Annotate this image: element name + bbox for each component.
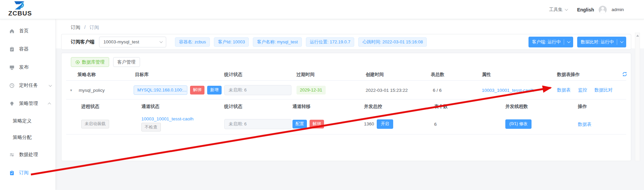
sidebar-item-subscribe[interactable]: 订阅: [0, 164, 55, 182]
data-table-link[interactable]: 数据表: [578, 121, 592, 126]
add-button[interactable]: 新增: [207, 86, 222, 94]
table-count: 6: [434, 121, 437, 126]
subscribe-client-select[interactable]: 10003-mysql_test: [99, 37, 166, 47]
breadcrumb-current: 订阅: [90, 25, 99, 30]
channel-status-link[interactable]: 10003_10001_tesst-caolh: [141, 116, 193, 121]
top-bar: ZCBUS 工具集 English admin: [0, 0, 644, 19]
config-button[interactable]: 配置: [292, 120, 307, 128]
gear-icon: [75, 60, 80, 65]
sidebar: 首页 容器 发布 定时任务 策略管理 策略定义 策略分配: [0, 19, 56, 190]
policy-table-row: ▾ mysql_policy MYSQL:192.168.0.100:... 解…: [66, 81, 626, 100]
channel-table-row: 未启动装载 10003_10001_tesst-caolh 不检查 未启用: 6…: [66, 114, 626, 135]
scroll-up-arrow[interactable]: [636, 35, 639, 37]
main-content: 订阅 / 订阅 订阅客户端 10003-mysql_test 容器名: zcbu…: [56, 19, 644, 190]
subscribe-icon: [9, 170, 15, 176]
client-id-tag: 客户Id: 10003: [214, 37, 249, 47]
run-location-tag: 运行位置: 172.19.0.7: [306, 37, 355, 47]
chevron-down-icon: [567, 40, 570, 43]
unbind-button[interactable]: 解绑: [190, 86, 204, 94]
sidebar-item-policy-definition[interactable]: 策略定义: [0, 113, 55, 129]
tab-client-management[interactable]: 客户管理: [113, 57, 140, 67]
policy-name: mysql_policy: [79, 87, 105, 92]
data-compare-status-dropdown[interactable]: 数据比对: 运行中: [577, 37, 626, 47]
client-name-tag: 客户名称: mysql_test: [253, 37, 302, 47]
unbind-button[interactable]: 解绑: [310, 120, 324, 128]
zcbus-logo: ZCBUS: [7, 0, 33, 16]
thread-modify-button[interactable]: (0/1) 修改: [505, 119, 532, 129]
sidebar-item-publish[interactable]: 发布: [0, 58, 55, 76]
monitor-link[interactable]: 监控: [578, 87, 587, 93]
chevron-down-icon: [159, 40, 163, 43]
clock-icon: [9, 83, 15, 88]
filter-bar: 订阅客户端 10003-mysql_test 容器名: zcbus 客户Id: …: [61, 34, 631, 50]
publish-icon: [9, 65, 15, 70]
attribute-link[interactable]: 10003_10001_tesst-caolh: [482, 88, 534, 93]
sidebar-item-data-processing[interactable]: 数据处理: [0, 146, 55, 164]
stats-status-field: 未启用: 6: [224, 85, 291, 95]
policy-table-header: 策略名称 目标库 统计状态 过期时间 创建时间 表总数 属性 数据表操作: [66, 69, 626, 81]
row-expand-chevron[interactable]: ▾: [70, 88, 72, 92]
target-db-tag: MYSQL:192.168.0.100:...: [134, 85, 187, 95]
concurrency-value: 1360: [364, 121, 374, 126]
chevron-down-icon: [49, 83, 52, 87]
container-name-tag: 容器名: zcbus: [175, 37, 210, 47]
heartbeat-time-tag: 心跳时间: 2022-03-01 15:16:08: [358, 37, 427, 47]
stats-status-field: 未启用: 6: [224, 119, 291, 129]
chevron-up-icon: [48, 102, 51, 106]
create-time: 2022-03-01 15:23:22: [366, 87, 408, 92]
data-table-link[interactable]: 数据表: [557, 87, 571, 93]
table-panel: 数据库管理 客户管理 策略名称 目标库 统计状态 过期时间 创建时间 表总数 属…: [61, 53, 631, 161]
sidebar-item-policy-assignment[interactable]: 策略分配: [0, 129, 55, 146]
user-avatar[interactable]: [599, 6, 607, 14]
vertical-scrollbar[interactable]: [635, 33, 640, 161]
refresh-icon[interactable]: [622, 71, 628, 78]
username: admin: [611, 7, 624, 12]
policy-icon: [9, 101, 15, 107]
container-icon: [9, 46, 15, 52]
chevron-down-icon: [620, 40, 624, 43]
expire-date-tag: 2029-12-31: [296, 86, 326, 94]
data-compare-link[interactable]: 数据比对: [595, 87, 613, 93]
table-total: 6 / 6: [433, 87, 442, 92]
enable-button[interactable]: 开启: [377, 119, 393, 129]
logo-text: ZCBUS: [7, 10, 33, 16]
data-process-icon: [9, 152, 15, 158]
chevron-down-icon: [565, 7, 568, 11]
sidebar-item-home[interactable]: 首页: [0, 22, 55, 40]
zcbus-logo-icon: [11, 0, 29, 10]
client-status-dropdown[interactable]: 客户端: 运行中: [528, 37, 573, 47]
tab-db-management[interactable]: 数据库管理: [71, 57, 109, 67]
client-select-label: 订阅客户端: [71, 39, 94, 45]
sidebar-item-container[interactable]: 容器: [0, 40, 55, 58]
no-check-tag: 不检查: [141, 123, 161, 131]
sidebar-item-scheduled-tasks[interactable]: 定时任务: [0, 76, 55, 94]
channel-table-header: 进程状态 通道状态 统计状态 通道转移 并发总控 表个数 并发线程数 操作: [66, 100, 626, 114]
sidebar-item-policy-management[interactable]: 策略管理: [0, 94, 55, 113]
breadcrumb-subscribe[interactable]: 订阅: [71, 25, 80, 30]
home-icon: [9, 28, 15, 34]
toolset-menu[interactable]: 工具集: [549, 7, 567, 13]
breadcrumb: 订阅 / 订阅: [71, 25, 99, 31]
process-status-tag: 未启动装载: [81, 120, 109, 128]
language-switch[interactable]: English: [577, 7, 594, 12]
